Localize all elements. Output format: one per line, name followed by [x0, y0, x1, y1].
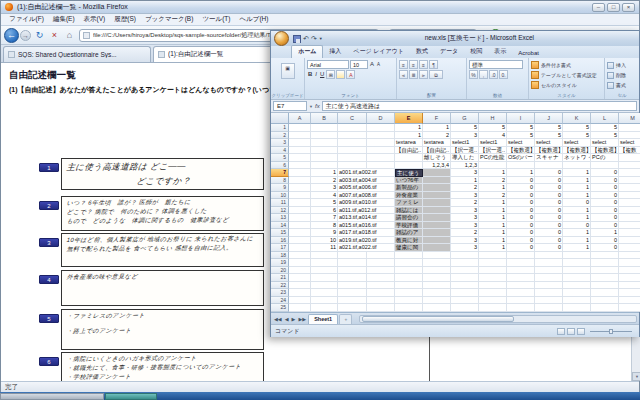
row-header-23[interactable]: 23: [271, 289, 289, 297]
cell-B5[interactable]: [311, 154, 338, 162]
cell-H11[interactable]: 1: [479, 199, 507, 207]
align-left-button[interactable]: ⫷: [399, 70, 408, 79]
scroll-down-icon[interactable]: ▼: [632, 372, 640, 381]
cell-C21[interactable]: [338, 274, 367, 282]
row-header-2[interactable]: 2: [271, 132, 289, 140]
zoom-knob[interactable]: [609, 329, 613, 334]
cell-B8[interactable]: 2: [311, 177, 338, 185]
cell-I15[interactable]: 0: [507, 229, 535, 237]
font-name-select[interactable]: Arial: [307, 60, 349, 69]
cell-F11[interactable]: [423, 199, 451, 207]
cell-K16[interactable]: 1: [563, 237, 591, 245]
cell-B19[interactable]: [311, 259, 338, 267]
cell-E3[interactable]: textarea: [395, 139, 423, 147]
cell-M12[interactable]: [619, 207, 640, 215]
cell-M10[interactable]: [619, 192, 640, 200]
select-all-corner[interactable]: [271, 113, 289, 124]
menu-item-2[interactable]: 表示(V): [80, 14, 110, 25]
cell-E23[interactable]: [395, 289, 423, 297]
cell-J15[interactable]: 0: [535, 229, 563, 237]
cell-D4[interactable]: [367, 147, 395, 155]
font-size-select[interactable]: 10: [350, 60, 368, 69]
cell-F7[interactable]: [423, 169, 451, 177]
cell-J10[interactable]: 0: [535, 192, 563, 200]
minimize-button[interactable]: –: [592, 3, 605, 12]
cell-A20[interactable]: [289, 267, 311, 275]
cell-H12[interactable]: 1: [479, 207, 507, 215]
ribbon-tab-6[interactable]: 表示: [488, 46, 512, 58]
cell-M18[interactable]: [619, 252, 640, 260]
cell-K15[interactable]: 1: [563, 229, 591, 237]
cell-I25[interactable]: [507, 304, 535, 312]
cell-C17[interactable]: a021.tif,a022.tif: [338, 244, 395, 252]
cell-C2[interactable]: [338, 132, 367, 140]
column-header-F[interactable]: F: [423, 113, 451, 124]
cells-button-1[interactable]: 削除: [607, 70, 637, 80]
row-header-19[interactable]: 19: [271, 259, 289, 267]
cell-G3[interactable]: select1: [451, 139, 479, 147]
row-header-10[interactable]: 10: [271, 192, 289, 200]
cell-C15[interactable]: a017.tif,a018.tif: [338, 229, 395, 237]
cell-E21[interactable]: [395, 274, 423, 282]
cell-I16[interactable]: 0: [507, 237, 535, 245]
column-header-J[interactable]: J: [535, 113, 563, 124]
cell-K21[interactable]: [563, 274, 591, 282]
cell-G15[interactable]: 2: [451, 229, 479, 237]
cell-M16[interactable]: [619, 237, 640, 245]
cell-E17[interactable]: 健康に関: [395, 244, 423, 252]
grow-font-button[interactable]: A: [369, 60, 375, 69]
cell-J18[interactable]: [535, 252, 563, 260]
tab-0[interactable]: SQS: Shared Questionnaire Sys...: [3, 46, 151, 62]
cell-M1[interactable]: 5: [619, 124, 640, 132]
cell-M15[interactable]: [619, 229, 640, 237]
cell-L25[interactable]: [591, 304, 619, 312]
cell-F19[interactable]: [423, 259, 451, 267]
cell-H10[interactable]: 2: [479, 192, 507, 200]
close-button[interactable]: ×: [622, 3, 635, 12]
cell-A15[interactable]: [289, 229, 311, 237]
fill-color-button[interactable]: [336, 70, 345, 79]
cell-J3[interactable]: select: [535, 139, 563, 147]
cell-K7[interactable]: 1: [563, 169, 591, 177]
ribbon-tab-7[interactable]: Acrobat: [512, 49, 545, 58]
taskbar-button-1[interactable]: [0, 393, 104, 400]
cell-H7[interactable]: 1: [479, 169, 507, 177]
cell-E20[interactable]: [395, 267, 423, 275]
cell-B1[interactable]: [311, 124, 338, 132]
cell-K3[interactable]: select: [563, 139, 591, 147]
cell-J7[interactable]: 0: [535, 169, 563, 177]
cell-L19[interactable]: [591, 259, 619, 267]
cell-C23[interactable]: [338, 289, 367, 297]
row-header-22[interactable]: 22: [271, 282, 289, 290]
cell-I23[interactable]: [507, 289, 535, 297]
column-header-B[interactable]: B: [311, 113, 338, 124]
column-header-E[interactable]: E: [395, 113, 423, 124]
row-header-8[interactable]: 8: [271, 177, 289, 185]
cell-K5[interactable]: ネットワ・: [563, 154, 591, 162]
cell-M4[interactable]: 【複数: [619, 147, 640, 155]
cell-I11[interactable]: 0: [507, 199, 535, 207]
cell-C7[interactable]: a001.tif,a002.tif: [338, 169, 395, 177]
cell-G14[interactable]: 3: [451, 222, 479, 230]
menu-item-5[interactable]: ツール(T): [198, 14, 234, 25]
cell-K9[interactable]: 1: [563, 184, 591, 192]
cell-M7[interactable]: [619, 169, 640, 177]
borders-button[interactable]: ⊞: [326, 70, 335, 79]
cell-A13[interactable]: [289, 214, 311, 222]
cell-F8[interactable]: [423, 177, 451, 185]
cell-B4[interactable]: [311, 147, 338, 155]
cell-G8[interactable]: 1: [451, 177, 479, 185]
cell-E12[interactable]: 雑誌には: [395, 207, 423, 215]
cell-I2[interactable]: 5: [507, 132, 535, 140]
cell-C6[interactable]: [338, 162, 367, 170]
cell-H1[interactable]: 5: [479, 124, 507, 132]
cell-I14[interactable]: 0: [507, 222, 535, 230]
cell-D2[interactable]: [367, 132, 395, 140]
cell-A5[interactable]: [289, 154, 311, 162]
cell-F17[interactable]: [423, 244, 451, 252]
cell-E19[interactable]: [395, 259, 423, 267]
cell-I24[interactable]: [507, 297, 535, 305]
cell-L18[interactable]: [591, 252, 619, 260]
cell-G24[interactable]: [451, 297, 479, 305]
row-header-7[interactable]: 7: [271, 169, 289, 177]
